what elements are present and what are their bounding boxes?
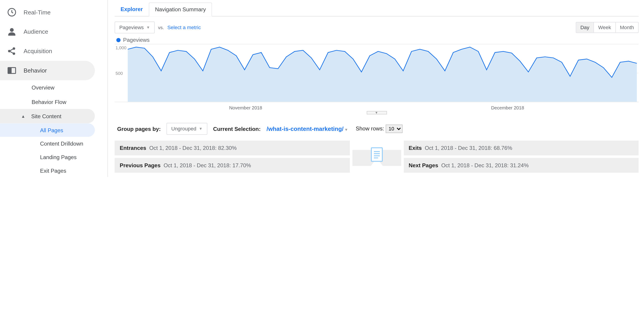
tab-explorer[interactable]: Explorer xyxy=(115,3,149,16)
sub2-all-pages[interactable]: All Pages xyxy=(0,123,95,137)
vs-label: vs. xyxy=(158,25,164,30)
legend-label: Pageviews xyxy=(123,37,150,43)
nav-audience[interactable]: Audience xyxy=(0,22,108,41)
granularity-month[interactable]: Month xyxy=(615,22,638,33)
select-metric-link[interactable]: Select a metric xyxy=(168,24,201,30)
exits-summary[interactable]: Exits Oct 1, 2018 - Dec 31, 2018: 68.76% xyxy=(404,141,638,155)
svg-text:1,000: 1,000 xyxy=(116,46,126,50)
sub-behavior-flow[interactable]: Behavior Flow xyxy=(0,94,108,109)
nav-label: Real-Time xyxy=(24,9,51,16)
caret-down-icon: ▼ xyxy=(146,25,150,30)
svg-text:500: 500 xyxy=(116,71,123,76)
previous-pages-summary[interactable]: Previous Pages Oct 1, 2018 - Dec 31, 201… xyxy=(115,158,350,173)
tabs: Explorer Navigation Summary xyxy=(115,3,638,17)
legend-dot-icon xyxy=(116,38,121,42)
granularity-day[interactable]: Day xyxy=(576,22,594,33)
caret-up-icon: ▲ xyxy=(21,114,26,118)
clock-icon xyxy=(7,7,17,18)
chart: Pageviews 1,000500 November 2018 Decembe… xyxy=(115,37,638,115)
svg-rect-6 xyxy=(8,68,11,73)
metric-selector[interactable]: Pageviews ▼ xyxy=(115,22,154,33)
granularity-toggle: Day Week Month xyxy=(576,22,638,33)
tab-navigation-summary[interactable]: Navigation Summary xyxy=(149,3,212,17)
current-selection-link[interactable]: /what-is-content-marketing/ ▾ xyxy=(266,125,347,132)
nav-label: Behavior xyxy=(24,67,47,74)
show-rows: Show rows: 10 xyxy=(356,124,402,133)
person-icon xyxy=(7,27,17,37)
show-rows-select[interactable]: 10 xyxy=(386,124,402,133)
sub-site-content[interactable]: ▲ Site Content xyxy=(0,109,95,123)
share-icon xyxy=(7,46,17,56)
sub-overview[interactable]: Overview xyxy=(0,80,108,95)
current-selection-label: Current Selection: xyxy=(213,126,260,132)
behavior-icon xyxy=(7,66,17,76)
entrances-summary[interactable]: Entrances Oct 1, 2018 - Dec 31, 2018: 82… xyxy=(115,141,350,155)
svg-point-1 xyxy=(10,28,14,32)
sub2-landing-pages[interactable]: Landing Pages xyxy=(0,150,108,164)
caret-down-icon: ▼ xyxy=(199,127,203,131)
flow-diagram xyxy=(352,141,401,175)
page-icon xyxy=(371,147,382,162)
group-by-selector[interactable]: Ungrouped ▼ xyxy=(166,123,207,135)
nav-acquisition[interactable]: Acquisition xyxy=(0,41,108,61)
group-by-label: Group pages by: xyxy=(117,126,161,132)
caret-down-icon: ▾ xyxy=(345,127,347,132)
xaxis-tick: December 2018 xyxy=(491,105,524,110)
nav-label: Audience xyxy=(24,28,48,35)
nav-behavior[interactable]: Behavior xyxy=(0,61,95,80)
xaxis-tick: November 2018 xyxy=(229,105,262,110)
chart-drag-handle[interactable]: ▾ xyxy=(366,111,387,114)
chart-svg: 1,000500 xyxy=(115,44,638,102)
next-pages-summary[interactable]: Next Pages Oct 1, 2018 - Dec 31, 2018: 3… xyxy=(404,158,638,173)
chart-legend: Pageviews xyxy=(115,37,638,43)
sub2-content-drilldown[interactable]: Content Drilldown xyxy=(0,137,108,150)
sub2-exit-pages[interactable]: Exit Pages xyxy=(0,164,108,177)
nav-label: Acquisition xyxy=(24,48,52,55)
nav-real-time[interactable]: Real-Time xyxy=(0,3,108,22)
granularity-week[interactable]: Week xyxy=(594,22,615,33)
